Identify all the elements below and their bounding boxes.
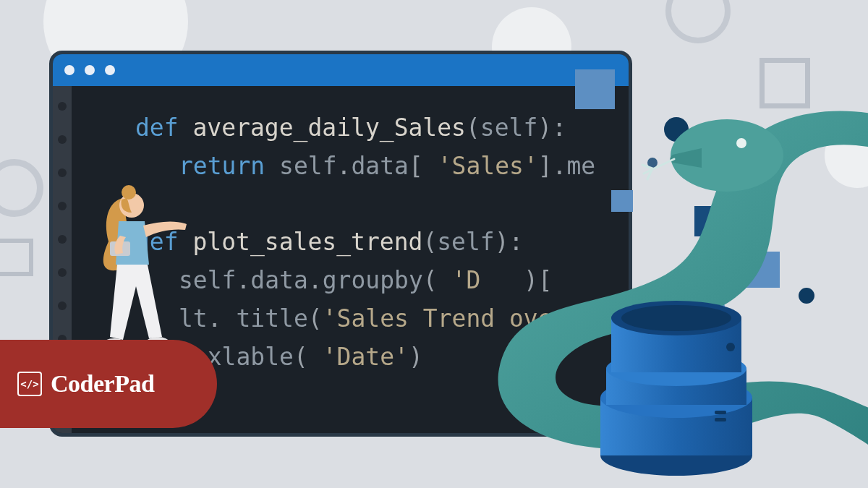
- gutter-dot-icon: [58, 202, 67, 210]
- code-token-punct: .: [208, 304, 237, 333]
- code-token-punct: (: [294, 343, 323, 371]
- traffic-light-minimize-icon: [85, 65, 95, 75]
- gutter-dot-icon: [58, 168, 67, 177]
- database-cylinder-icon: [593, 289, 760, 477]
- gutter-dot-icon: [58, 102, 67, 111]
- code-token-str: 'Sales Trend ove: [323, 304, 553, 333]
- window-titlebar: [53, 54, 629, 86]
- coderpad-logo-text: CoderPad: [51, 370, 154, 398]
- gutter-dot-icon: [58, 235, 67, 244]
- decor-dot-icon: [664, 117, 689, 142]
- code-token-punct: )[: [480, 266, 552, 294]
- code-token-id: data: [250, 266, 307, 294]
- bg-circle-white-right: [825, 123, 868, 188]
- code-token-id: self: [480, 114, 537, 142]
- decor-dot-icon: [647, 158, 658, 168]
- decor-square-icon: [744, 252, 780, 288]
- decor-square-icon: [575, 69, 615, 109]
- code-token-str: 'D: [452, 266, 481, 294]
- code-token-punct: (: [422, 228, 437, 256]
- gutter-dot-icon: [58, 301, 67, 310]
- code-token-punct: (: [308, 304, 323, 333]
- code-token-id: title: [237, 304, 308, 333]
- code-token-id: groupby: [323, 266, 423, 294]
- code-token-punct: .: [308, 266, 323, 294]
- traffic-light-zoom-icon: [105, 65, 115, 75]
- code-token-punct: [: [409, 152, 438, 180]
- code-token-id: self: [437, 228, 494, 256]
- bg-circle-outline-left: [0, 159, 43, 217]
- code-token-fn: plot_sales_trend: [192, 228, 422, 256]
- code-token-str: 'Sales': [438, 152, 538, 180]
- code-token-punct: .: [337, 152, 352, 180]
- svg-rect-11: [715, 411, 726, 414]
- decor-dot-icon: [799, 288, 814, 304]
- code-token-punct: (: [423, 266, 452, 294]
- bg-circle-outline-top-right: [665, 0, 731, 43]
- coderpad-logo-glyph: </>: [20, 378, 38, 390]
- svg-point-10: [726, 343, 735, 351]
- bg-square-outline-top-right: [760, 58, 810, 108]
- gutter-dot-icon: [58, 135, 67, 144]
- gutter-dot-icon: [58, 268, 67, 277]
- illustration-canvas: def average_daily_Sales(self):return sel…: [0, 0, 868, 488]
- code-token-id: me: [567, 152, 596, 180]
- code-token-punct: ):: [537, 114, 566, 142]
- code-token-kw: def: [135, 114, 192, 142]
- traffic-light-close-icon: [64, 65, 75, 75]
- code-token-id: xlable: [208, 343, 294, 371]
- decor-square-icon: [694, 206, 725, 236]
- coderpad-brand-badge: </> CoderPad: [0, 340, 217, 428]
- code-line: def average_daily_Sales(self):: [92, 109, 629, 147]
- code-token-id: data: [351, 152, 408, 180]
- code-token-punct: ].: [538, 152, 567, 180]
- svg-point-14: [122, 185, 136, 200]
- decor-square-icon: [611, 190, 633, 212]
- code-token-str: 'Date': [323, 343, 409, 371]
- coderpad-logo-icon: </>: [17, 372, 42, 396]
- code-token-kw: return: [179, 152, 279, 180]
- svg-point-9: [621, 305, 731, 331]
- code-token-punct: (: [466, 114, 480, 142]
- bg-square-outline-left: [0, 239, 33, 276]
- code-token-punct: ):: [495, 228, 524, 256]
- code-token-fn: average_daily_Sales: [192, 114, 466, 142]
- code-token-punct: .: [236, 266, 250, 294]
- svg-point-1: [736, 138, 746, 148]
- code-token-id: self: [279, 152, 336, 180]
- svg-rect-12: [715, 418, 726, 421]
- code-line: return self.data[ 'Sales'].me: [92, 147, 629, 186]
- code-token-punct: ): [409, 343, 423, 371]
